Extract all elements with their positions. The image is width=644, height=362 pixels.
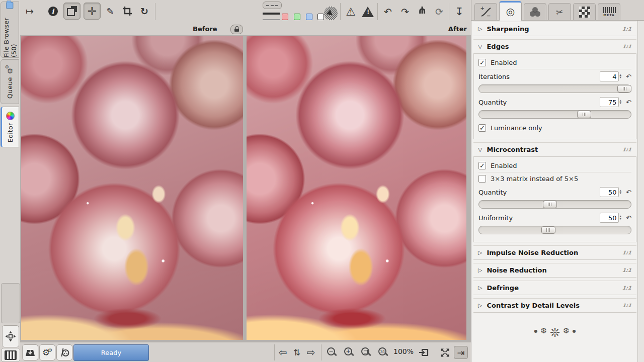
spin-down-icon[interactable]: ▾ bbox=[620, 192, 622, 195]
redo-button[interactable]: ↷ bbox=[397, 4, 413, 19]
hand-tool-button[interactable]: ✛ bbox=[84, 3, 101, 20]
section-header-contrast-by-detail-levels[interactable]: ▷ Contrast by Detail Levels 1:1 bbox=[473, 298, 636, 313]
preview-blue-channel-button[interactable] bbox=[306, 14, 312, 20]
toggle-top-panel-button[interactable]: ↧ bbox=[452, 4, 467, 19]
zoom-100-button[interactable]: 1:1 bbox=[376, 346, 390, 359]
tab-exposure[interactable]: + − bbox=[474, 3, 497, 20]
merge-snapshot-button[interactable]: ψ bbox=[415, 4, 430, 19]
history-panel-expander[interactable] bbox=[1, 283, 20, 323]
tools-scrollbar[interactable] bbox=[637, 21, 644, 362]
edit-external-button[interactable] bbox=[56, 344, 72, 360]
swap-before-after-button[interactable]: ⇅ bbox=[290, 346, 304, 359]
after-image-pane[interactable] bbox=[247, 36, 466, 340]
uniformity-spinner[interactable]: ▴ ▾ bbox=[620, 215, 622, 220]
sidebar-tab-queue[interactable]: Queue ⚙ ⚙ bbox=[1, 59, 19, 104]
section-header-impulse-noise-reduction[interactable]: ▷ Impulse Noise Reduction 1:1 bbox=[473, 245, 636, 260]
quantity-spinner[interactable]: ▴ ▾ bbox=[620, 190, 622, 195]
straighten-tool-button[interactable]: ↻ bbox=[136, 3, 153, 20]
toolbar-separator bbox=[155, 3, 155, 20]
filmstrip-collapse-handle[interactable] bbox=[263, 2, 282, 9]
tab-detail[interactable]: ◎ bbox=[499, 1, 522, 21]
one-to-one-icon[interactable]: 1:1 bbox=[622, 285, 631, 291]
add-to-queue-button[interactable]: ⚙⚙ bbox=[39, 344, 55, 360]
preview-red-channel-button[interactable] bbox=[282, 14, 288, 20]
luminance-only-checkbox-row[interactable]: ✓ Luminance only bbox=[478, 122, 631, 134]
checkbox-unchecked[interactable] bbox=[478, 175, 486, 183]
detach-preview-button[interactable] bbox=[417, 346, 431, 359]
uniformity-reset-button[interactable]: ↶ bbox=[626, 215, 631, 221]
sidebar-tab-file-browser[interactable]: File Browser (50) bbox=[1, 2, 19, 58]
micro-quantity-slider[interactable] bbox=[478, 200, 631, 209]
preview-luminosity-button[interactable] bbox=[317, 14, 324, 20]
exposure-curve-icon: + − bbox=[480, 7, 492, 17]
white-balance-picker-button[interactable]: ✎ bbox=[102, 3, 119, 20]
info-icon: i bbox=[48, 7, 58, 16]
quantity-value-field[interactable]: 50 bbox=[600, 187, 619, 197]
navigation-panel-button[interactable] bbox=[2, 325, 19, 347]
reload-profile-button[interactable]: ⟳ bbox=[432, 4, 447, 19]
tab-transform[interactable]: ✂ bbox=[548, 3, 571, 20]
one-to-one-icon[interactable]: 1:1 bbox=[622, 147, 631, 152]
microcontrast-enabled-checkbox-row[interactable]: ✓ Enabled bbox=[478, 159, 631, 172]
section-header-microcontrast[interactable]: ▽ Microcontrast 1:1 bbox=[473, 142, 636, 157]
slider-handle[interactable] bbox=[543, 201, 557, 208]
highlight-clipping-button[interactable] bbox=[360, 4, 375, 19]
zoom-out-button[interactable]: − bbox=[325, 346, 339, 359]
sidebar-tab-editor[interactable]: Editor bbox=[1, 107, 19, 147]
focus-mask-button[interactable] bbox=[324, 7, 338, 20]
quantity-spinner[interactable]: ▴ ▾ bbox=[620, 100, 622, 105]
checkbox-checked[interactable]: ✓ bbox=[478, 124, 486, 132]
one-to-one-icon[interactable]: 1:1 bbox=[622, 250, 631, 255]
section-header-defringe[interactable]: ▷ Defringe 1:1 bbox=[473, 281, 636, 295]
zoom-in-button[interactable]: + bbox=[342, 346, 356, 359]
histogram-position-button[interactable] bbox=[1, 348, 20, 362]
iterations-slider[interactable] bbox=[478, 84, 631, 93]
zoom-fit-button[interactable] bbox=[359, 346, 373, 359]
spin-down-icon[interactable]: ▾ bbox=[620, 218, 622, 220]
one-to-one-icon[interactable]: 1:1 bbox=[622, 267, 631, 273]
one-to-one-icon[interactable]: 1:1 bbox=[622, 303, 631, 308]
slider-handle[interactable] bbox=[541, 226, 555, 234]
checkbox-checked[interactable]: ✓ bbox=[478, 59, 486, 66]
before-after-view-button[interactable] bbox=[63, 3, 80, 20]
edges-enabled-checkbox-row[interactable]: ✓ Enabled bbox=[478, 56, 631, 69]
edges-quantity-slider[interactable] bbox=[478, 110, 631, 119]
matrix-checkbox-row[interactable]: 3×3 matrix instead of 5×5 bbox=[478, 172, 631, 185]
tab-color[interactable] bbox=[524, 3, 546, 20]
preview-canvas[interactable] bbox=[20, 35, 471, 342]
before-after-divider-button[interactable] bbox=[263, 13, 281, 23]
one-to-one-icon[interactable]: 1:1 bbox=[622, 44, 631, 49]
one-to-one-icon[interactable]: 1:1 bbox=[622, 26, 631, 32]
quantity-reset-button[interactable]: ↶ bbox=[626, 189, 631, 196]
shadow-clipping-button[interactable]: ⚠ bbox=[343, 4, 358, 19]
quick-info-button[interactable]: i bbox=[44, 3, 61, 20]
spin-down-icon[interactable]: ▾ bbox=[620, 76, 622, 79]
before-image-pane[interactable] bbox=[21, 36, 243, 340]
crop-tool-button[interactable] bbox=[119, 3, 136, 20]
section-header-noise-reduction[interactable]: ▷ Noise Reduction 1:1 bbox=[473, 263, 636, 278]
before-lock-button[interactable] bbox=[230, 25, 243, 34]
iterations-value-field[interactable]: 4 bbox=[600, 71, 619, 81]
section-header-sharpening[interactable]: ▷ Sharpening 1:1 bbox=[473, 22, 636, 36]
toggle-right-panel-button[interactable]: ⇥ bbox=[454, 346, 468, 359]
undo-button[interactable]: ↶ bbox=[380, 4, 395, 19]
iterations-spinner[interactable]: ▴ ▾ bbox=[620, 74, 622, 79]
slider-handle[interactable] bbox=[617, 85, 631, 93]
spin-down-icon[interactable]: ▾ bbox=[620, 102, 622, 105]
tab-metadata[interactable]: META bbox=[598, 3, 620, 20]
quantity-reset-button[interactable]: ↶ bbox=[626, 99, 631, 106]
checkbox-checked[interactable]: ✓ bbox=[478, 162, 486, 169]
quantity-value-field[interactable]: 75 bbox=[600, 97, 619, 107]
preview-green-channel-button[interactable] bbox=[294, 14, 300, 20]
iterations-reset-button[interactable]: ↶ bbox=[626, 73, 631, 80]
section-header-edges[interactable]: ▽ Edges 1:1 bbox=[473, 39, 636, 54]
uniformity-slider[interactable] bbox=[478, 226, 631, 234]
tab-raw[interactable] bbox=[573, 3, 596, 20]
save-image-button[interactable] bbox=[22, 344, 38, 360]
toggle-left-panel-button[interactable]: ↦ bbox=[21, 3, 38, 20]
fullscreen-button[interactable] bbox=[438, 346, 452, 359]
slider-handle[interactable] bbox=[577, 111, 591, 118]
previous-image-button[interactable]: ⇦ bbox=[276, 346, 290, 359]
uniformity-value-field[interactable]: 50 bbox=[600, 213, 619, 223]
next-image-button[interactable]: ⇨ bbox=[304, 346, 318, 359]
